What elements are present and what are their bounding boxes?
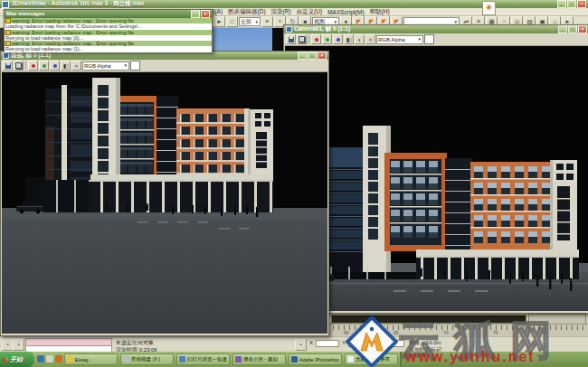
render-window-perspective-title[interactable]: 透视, 帧 0 (1:1) _ □ × [1, 52, 328, 60]
clear-icon[interactable]: × [365, 34, 375, 44]
taskbar-item-local-disk[interactable]: 本地磁盘 (X:) [120, 353, 174, 365]
taskbar-item-slideshow[interactable]: 幻灯片浏览—短漫画 [176, 353, 230, 365]
time-slider [327, 312, 588, 325]
rendered-image-right [285, 46, 588, 311]
selection-filter-dropdown[interactable]: 全部▼ [239, 17, 261, 26]
maximize-button[interactable]: □ [568, 25, 577, 33]
channel-display-dropdown[interactable]: RGB Alpha ▼ [376, 35, 423, 44]
picture-icon [179, 356, 185, 362]
minimize-button[interactable]: _ [191, 10, 200, 18]
taskbar-item-essay[interactable]: Essay [64, 353, 118, 365]
clear-icon[interactable]: × [71, 61, 81, 71]
max-messages-log: warning: Error loading radiance map : Er… [5, 17, 212, 52]
show-desktop-icon[interactable] [46, 355, 53, 362]
frame-label: 60 [344, 330, 349, 335]
menu-graph-editors[interactable]: 图表编辑器(D) [225, 8, 269, 16]
maximize-button[interactable]: □ [308, 52, 317, 60]
log-line[interactable]: Retrying to load radiance map (1)... [5, 46, 212, 52]
warning-icon [5, 18, 11, 24]
chevron-down-icon: ▼ [454, 20, 458, 24]
divider [25, 61, 26, 70]
document-icon [235, 356, 242, 362]
max-messages-title[interactable]: Max messages _ × [5, 10, 212, 17]
y-label: Y: [342, 340, 346, 345]
render-window-perspective[interactable]: 透视, 帧 0 (1:1) _ □ × ◧ × RGB Alpha ▼ [0, 51, 329, 336]
x-coordinate-field[interactable] [316, 340, 339, 347]
taskbar-item-notepad[interactable]: 无标题 - 记事本 [345, 353, 398, 365]
selection-lock-icon[interactable]: ▪ [295, 339, 307, 351]
menu-customize[interactable]: 自定义(U) [294, 8, 326, 16]
photoshop-icon [291, 356, 298, 362]
close-button[interactable]: × [577, 0, 586, 8]
clone-window-icon[interactable] [297, 34, 307, 44]
rendered-image-left [2, 72, 327, 334]
minimize-button[interactable]: _ [558, 25, 567, 33]
x-label: X: [309, 340, 315, 345]
building-render-right [285, 46, 588, 311]
blue-channel-icon[interactable] [333, 34, 343, 44]
system-tray[interactable] [400, 352, 588, 367]
green-channel-icon[interactable] [322, 34, 332, 44]
blue-channel-icon[interactable] [50, 61, 60, 71]
minimize-button[interactable]: _ [557, 0, 566, 8]
alpha-channel-icon[interactable]: ◧ [61, 61, 71, 71]
y-coordinate-field[interactable] [348, 340, 372, 347]
close-button[interactable]: × [201, 10, 210, 18]
green-channel-icon[interactable] [39, 61, 49, 71]
building-render-left [2, 72, 327, 334]
frame-label: 70 [443, 330, 449, 335]
drive-icon [123, 356, 129, 362]
macro-button[interactable]: ▪ [13, 339, 24, 351]
red-channel-icon[interactable] [28, 61, 38, 71]
select-region-icon[interactable]: □ [226, 16, 238, 27]
folder-icon [67, 356, 73, 362]
viz-logo-box: ✳ [482, 1, 496, 15]
close-button[interactable]: × [578, 25, 587, 33]
window-icon [3, 52, 9, 59]
track-bar[interactable]: 60 65 70 75 80 [327, 324, 588, 337]
background-color-swatch[interactable] [424, 34, 434, 44]
windows-taskbar: 开始 Essay 本地磁盘 (X:) 幻灯片浏览—短漫画 修改小区 - 规划 A… [0, 352, 588, 367]
close-button[interactable]: × [318, 52, 327, 60]
frame-label: 80 [543, 330, 548, 335]
menu-help[interactable]: 帮助(H) [367, 8, 393, 16]
menu-rendering[interactable]: 渲染(R) [269, 8, 294, 16]
clone-window-icon[interactable] [14, 61, 24, 71]
select-by-name-icon[interactable]: ≡ [261, 16, 273, 27]
chevron-down-icon: ▼ [124, 63, 128, 68]
minimize-button[interactable]: _ [298, 52, 307, 60]
z-label: Z: [375, 340, 379, 345]
select-object-icon[interactable]: ► [213, 16, 225, 27]
save-bitmap-icon[interactable] [286, 34, 296, 44]
save-bitmap-icon[interactable] [3, 61, 13, 71]
camera-viewport-sky[interactable] [211, 28, 272, 52]
channel-display-dropdown[interactable]: RGB Alpha ▼ [82, 61, 129, 71]
quick-launch [37, 355, 62, 362]
start-button[interactable]: 开始 [0, 352, 34, 367]
vfb-toolbar: ◧ × RGB Alpha ▼ [1, 60, 328, 72]
menu-maxscript[interactable]: MAXScript(M) [325, 9, 366, 15]
maximize-button[interactable]: □ [567, 0, 576, 8]
monochrome-icon[interactable]: ◐ [355, 34, 365, 44]
chevron-down-icon: ▼ [255, 20, 259, 24]
divider [308, 35, 309, 43]
status-bar: ▪ ▪ 未选定任何对象 渲染时间 0:23:06 ▪ X: Y: Z: 栅格 =… [0, 336, 588, 353]
red-channel-icon[interactable] [311, 34, 321, 44]
window-icon [286, 26, 292, 33]
desktop: 3Dmax9max - Autodesk 3ds max 8 - 商住楼.max… [0, 0, 588, 367]
notepad-icon [347, 356, 354, 362]
alpha-channel-icon[interactable]: ◧ [344, 34, 354, 44]
render-window-camera01-title[interactable]: Camera01, 帧 0 (1:1) _ □ × [284, 25, 588, 33]
z-coordinate-field[interactable] [381, 340, 404, 347]
media-player-icon[interactable] [55, 355, 62, 362]
viz-logo-icon: ✳ [486, 5, 492, 12]
frame-label: 65 [394, 330, 399, 335]
time-slider-track[interactable] [331, 315, 526, 324]
background-color-swatch[interactable] [130, 61, 140, 71]
taskbar-item-photoshop[interactable]: Adobe Photoshop [289, 353, 342, 365]
app-icon [2, 1, 9, 8]
chevron-down-icon: ▼ [418, 37, 422, 42]
ie-icon[interactable] [37, 355, 44, 362]
max-messages-dialog[interactable]: Max messages _ × warning: Error loading … [4, 9, 213, 52]
taskbar-item-document[interactable]: 修改小区 - 规划 [232, 353, 286, 365]
